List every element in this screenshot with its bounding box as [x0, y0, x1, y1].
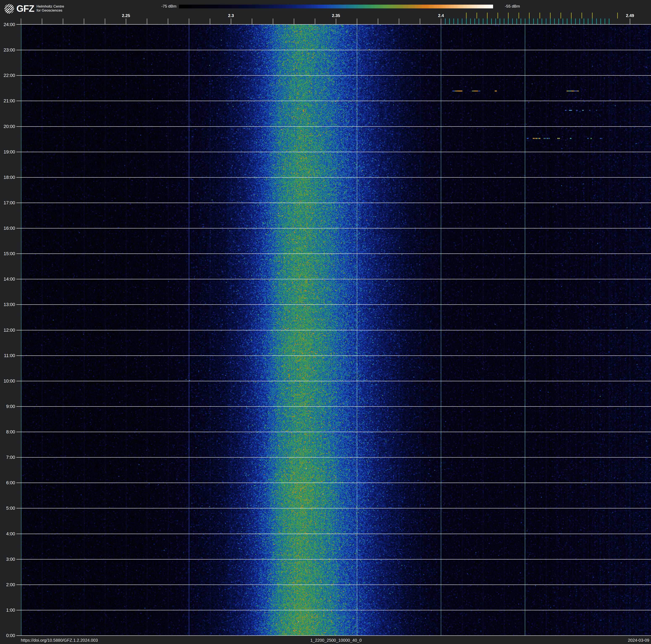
rf-burst-dot: [596, 110, 597, 111]
hour-label: 1:00: [0, 608, 15, 613]
rf-burst-dash: [495, 91, 497, 91]
rf-burst-dot: [565, 110, 566, 111]
ble-channel-tick: [470, 19, 471, 25]
hour-label: 12:00: [0, 327, 15, 333]
freq-minor-tick: [630, 19, 630, 25]
rf-burst-dot: [549, 138, 550, 139]
ble-channel-tick: [521, 19, 521, 25]
ble-channel-tick: [517, 19, 517, 25]
spectrogram-screen: GFZ Helmholtz Centre for Geosciences -75…: [0, 0, 651, 644]
ble-channel-tick: [609, 19, 610, 25]
ble-channel-tick: [512, 19, 513, 25]
colorbar-min-label: -75 dBm: [147, 4, 177, 9]
freq-minor-tick: [252, 19, 252, 25]
ble-channel-tick: [579, 19, 580, 25]
hour-label: 3:00: [0, 557, 15, 562]
freq-minor-tick: [273, 19, 273, 25]
wifi-channel-tick: [508, 12, 508, 19]
rf-burst-dot: [591, 138, 592, 139]
ble-channel-tick: [537, 19, 538, 25]
ble-channel-tick: [504, 19, 504, 25]
hour-gridline: [17, 381, 651, 381]
org-tagline: Helmholtz Centre for Geosciences: [36, 4, 64, 12]
wifi-channel-tick: [560, 12, 561, 19]
hour-label: 21:00: [0, 98, 15, 104]
hour-gridline: [17, 279, 651, 279]
freq-minor-tick: [42, 19, 42, 25]
wifi-channel-tick: [519, 12, 519, 19]
ble-channel-tick: [554, 19, 555, 25]
hour-gridline: [17, 406, 651, 407]
dataset-id-text: 1_2200_2500_10000_40_0: [21, 638, 651, 643]
hour-gridline: [17, 177, 651, 178]
rf-burst-dot: [534, 138, 535, 139]
wifi-channel-tick: [539, 12, 540, 19]
hour-label: 18:00: [0, 175, 15, 180]
freq-minor-tick: [441, 19, 441, 25]
freq-minor-tick: [357, 19, 357, 25]
hour-label: 17:00: [0, 200, 15, 206]
ble-channel-tick: [571, 19, 571, 25]
hour-label: 8:00: [0, 429, 15, 435]
freq-minor-tick: [378, 19, 378, 25]
ble-channel-tick: [487, 19, 488, 25]
hour-label: 22:00: [0, 73, 15, 78]
rf-burst-dot: [582, 110, 584, 111]
freq-minor-tick: [336, 19, 336, 25]
freq-minor-tick: [21, 19, 21, 25]
rf-burst-dot: [587, 138, 589, 139]
gfz-globe-logo-icon: [4, 4, 14, 14]
hour-label: 23:00: [0, 47, 15, 53]
rf-burst-dot: [547, 138, 548, 139]
wifi-channel-tick: [592, 12, 593, 19]
wifi-channel-tick: [476, 12, 477, 19]
hour-gridline: [17, 432, 651, 432]
ble-channel-tick: [550, 19, 551, 25]
org-name: GFZ: [17, 3, 34, 14]
date-text: 2024-03-09: [567, 638, 649, 643]
ble-channel-tick: [575, 19, 576, 25]
freq-minor-tick: [147, 19, 147, 25]
colorbar: [179, 5, 493, 8]
rf-burst-dot: [559, 138, 560, 139]
ble-channel-tick: [546, 19, 547, 25]
rf-burst-dot: [527, 138, 529, 139]
freq-minor-tick: [420, 19, 420, 25]
ble-channel-tick: [478, 19, 479, 25]
wifi-channel-tick: [571, 12, 571, 19]
ble-channel-tick: [491, 19, 492, 25]
ble-channel-tick: [592, 19, 593, 25]
freq-minor-tick: [168, 19, 168, 25]
wifi-channel-tick: [466, 12, 467, 19]
hour-gridline: [17, 50, 651, 50]
hour-gridline: [17, 152, 651, 152]
hour-label: 20:00: [0, 124, 15, 129]
rf-burst-dot: [569, 110, 570, 111]
ble-channel-tick: [462, 19, 462, 25]
hour-label: 13:00: [0, 302, 15, 307]
hour-label: 24:00: [0, 22, 15, 27]
org-tagline-line2: for Geosciences: [36, 8, 64, 12]
hour-label: 10:00: [0, 378, 15, 384]
hour-label: 11:00: [0, 353, 15, 358]
hour-label: 9:00: [0, 404, 15, 409]
hour-label: 5:00: [0, 505, 15, 511]
hour-gridline: [17, 534, 651, 534]
hour-gridline: [17, 482, 651, 483]
hour-label: 0:00: [0, 633, 15, 638]
hour-label: 16:00: [0, 226, 15, 231]
hour-label: 7:00: [0, 455, 15, 460]
ble-channel-tick: [588, 19, 588, 25]
ble-channel-tick: [466, 19, 467, 25]
freq-minor-tick: [399, 19, 399, 25]
rf-burst-dash: [472, 91, 478, 91]
freq-minor-tick: [105, 19, 105, 25]
hour-label: 14:00: [0, 276, 15, 282]
wifi-channel-tick: [617, 12, 618, 19]
freq-tick-label: 2.49: [626, 13, 634, 18]
freq-minor-tick: [231, 19, 231, 25]
wifi-channel-tick: [550, 12, 551, 19]
freq-minor-tick: [63, 19, 63, 25]
wifi-channel-tick: [487, 12, 488, 19]
ble-channel-tick: [558, 19, 559, 25]
